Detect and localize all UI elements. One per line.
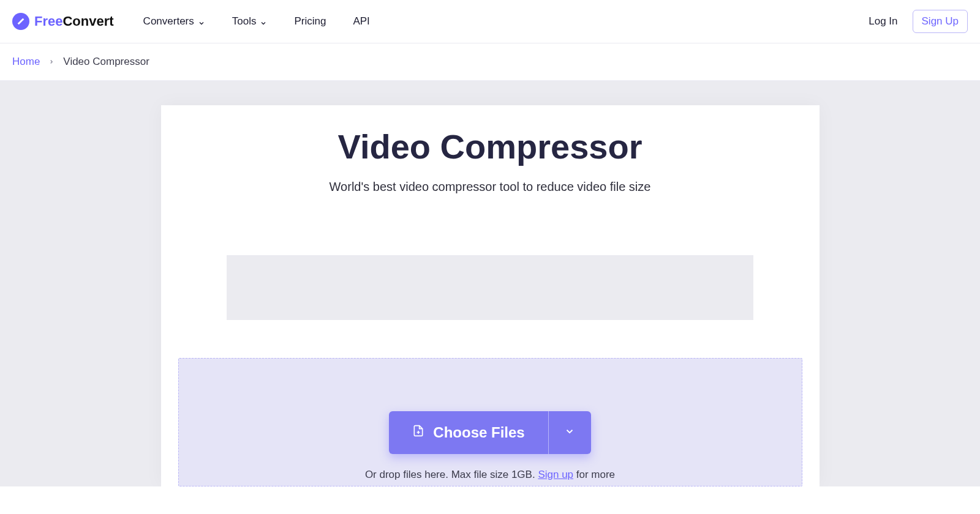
nav-api[interactable]: API	[353, 15, 369, 28]
breadcrumb: Home Video Compressor	[0, 43, 980, 81]
signup-button[interactable]: Sign Up	[913, 10, 968, 33]
breadcrumb-home[interactable]: Home	[12, 56, 40, 68]
chevron-down-icon	[260, 18, 267, 25]
drop-hint-signup-link[interactable]: Sign up	[538, 469, 573, 480]
login-link[interactable]: Log In	[869, 15, 897, 28]
choose-files-label: Choose Files	[433, 424, 524, 441]
chevron-down-icon	[564, 426, 575, 439]
page-title: Video Compressor	[161, 127, 820, 166]
nav-tools[interactable]: Tools	[232, 15, 268, 28]
ad-placeholder	[227, 255, 753, 320]
choose-files-button[interactable]: Choose Files	[389, 411, 548, 454]
logo[interactable]: FreeConvert	[12, 13, 114, 30]
nav-converters-label: Converters	[143, 15, 194, 28]
logo-text-free: Free	[34, 13, 62, 29]
breadcrumb-current: Video Compressor	[63, 56, 149, 68]
content-card: Video Compressor World's best video comp…	[161, 105, 820, 486]
choose-files-dropdown[interactable]	[548, 411, 591, 454]
nav-api-label: API	[353, 15, 369, 28]
drop-hint-suffix: for more	[573, 469, 615, 480]
file-add-icon	[412, 423, 424, 442]
choose-files-group: Choose Files	[389, 411, 590, 454]
page-background: Video Compressor World's best video comp…	[0, 81, 980, 486]
dropzone[interactable]: Choose Files Or drop files here. Max fil…	[178, 358, 802, 486]
nav-converters[interactable]: Converters	[143, 15, 205, 28]
logo-text-convert: Convert	[62, 13, 113, 29]
nav-pricing[interactable]: Pricing	[294, 15, 326, 28]
drop-hint-prefix: Or drop files here. Max file size 1GB.	[365, 469, 538, 480]
nav-pricing-label: Pricing	[294, 15, 326, 28]
site-header: FreeConvert Converters Tools Pricing API	[0, 0, 980, 43]
nav-tools-label: Tools	[232, 15, 257, 28]
main-nav: Converters Tools Pricing API	[143, 15, 370, 28]
page-subtitle: World's best video compressor tool to re…	[161, 180, 820, 194]
drop-hint: Or drop files here. Max file size 1GB. S…	[365, 469, 615, 486]
logo-icon	[12, 13, 29, 30]
chevron-down-icon	[198, 18, 205, 25]
chevron-right-icon	[48, 56, 55, 68]
